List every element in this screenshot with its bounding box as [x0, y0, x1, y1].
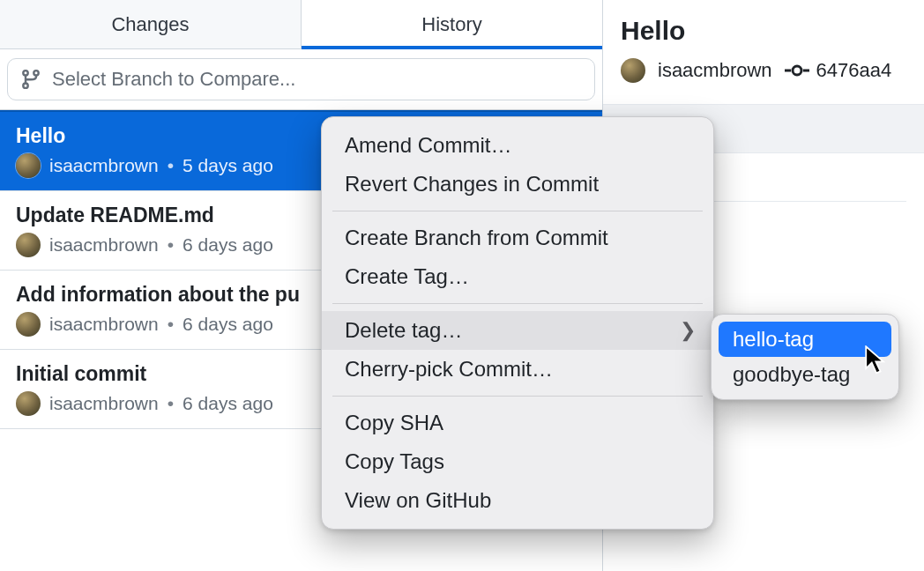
commit-age: 5 days ago [183, 155, 273, 176]
context-menu: Amend Commit… Revert Changes in Commit C… [321, 116, 714, 530]
ctx-cherry-pick[interactable]: Cherry-pick Commit… [322, 350, 713, 389]
commit-author: isaacmbrown [49, 314, 159, 335]
tabs: Changes History [0, 0, 602, 49]
ctx-create-branch[interactable]: Create Branch from Commit [322, 219, 713, 257]
commit-age: 6 days ago [183, 234, 273, 256]
separator-dot: • [168, 155, 174, 176]
ctx-copy-sha[interactable]: Copy SHA [322, 404, 713, 442]
svg-point-0 [23, 70, 27, 75]
avatar [16, 153, 41, 178]
submenu-tag-item[interactable]: hello-tag [719, 322, 891, 357]
ctx-revert-changes[interactable]: Revert Changes in Commit [322, 165, 713, 204]
detail-sha: 6476aa4 [816, 59, 892, 82]
svg-point-2 [23, 84, 27, 88]
branch-icon [20, 69, 41, 90]
menu-separator [332, 211, 703, 211]
commit-author: isaacmbrown [49, 393, 159, 414]
branch-select-wrap: Select Branch to Compare... [0, 49, 602, 110]
avatar [16, 391, 41, 416]
ctx-copy-tags[interactable]: Copy Tags [322, 442, 713, 481]
separator-dot: • [168, 234, 174, 256]
submenu-tag-item[interactable]: goodbye-tag [719, 357, 891, 392]
ctx-delete-tag[interactable]: Delete tag… ❯ [322, 311, 713, 350]
ctx-create-tag[interactable]: Create Tag… [322, 257, 713, 296]
commit-age: 6 days ago [183, 393, 273, 414]
commit-author: isaacmbrown [49, 155, 159, 176]
tab-changes[interactable]: Changes [0, 0, 302, 48]
detail-title: Hello [621, 16, 906, 46]
detail-author: isaacmbrown [658, 59, 772, 82]
tab-history[interactable]: History [302, 0, 602, 48]
svg-point-1 [34, 70, 38, 75]
menu-separator [332, 396, 703, 397]
sha-wrap: 6476aa4 [785, 59, 892, 82]
menu-separator [332, 303, 703, 304]
detail-meta: isaacmbrown 6476aa4 [621, 58, 906, 83]
separator-dot: • [168, 393, 174, 414]
avatar [16, 233, 41, 257]
ctx-view-github[interactable]: View on GitHub [322, 481, 713, 520]
ctx-amend-commit[interactable]: Amend Commit… [322, 126, 713, 165]
avatar [621, 58, 645, 83]
commit-node-icon [785, 63, 809, 78]
avatar [16, 312, 41, 337]
commit-author: isaacmbrown [49, 234, 159, 256]
branch-compare-placeholder: Select Branch to Compare... [52, 68, 295, 91]
branch-compare-select[interactable]: Select Branch to Compare... [7, 58, 595, 100]
delete-tag-submenu: hello-tag goodbye-tag [711, 314, 899, 400]
commit-age: 6 days ago [183, 314, 273, 335]
chevron-right-icon: ❯ [680, 319, 696, 342]
separator-dot: • [168, 314, 174, 335]
